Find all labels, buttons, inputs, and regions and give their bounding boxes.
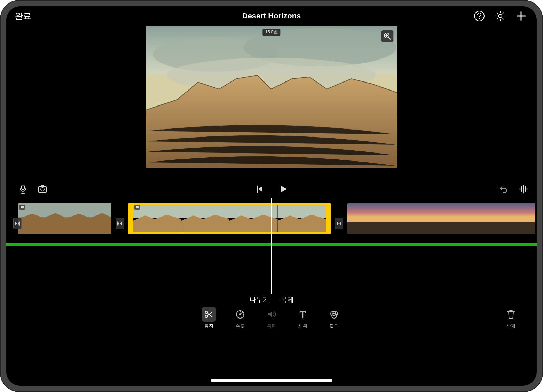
svg-rect-15 — [21, 206, 24, 208]
tools-row: 동작 속도 음량 제목 — [6, 306, 537, 336]
undo-icon[interactable] — [498, 184, 508, 194]
tool-volume: 음량 — [262, 307, 281, 329]
timeline[interactable] — [6, 198, 537, 294]
timeline-clip[interactable] — [18, 203, 111, 234]
volume-icon — [264, 307, 279, 322]
topbar: 완료 Desert Horizons — [6, 6, 537, 26]
svg-rect-24 — [441, 222, 535, 234]
svg-rect-18 — [229, 203, 278, 218]
add-icon[interactable] — [515, 10, 527, 22]
preview-area: 15.0초 — [6, 26, 537, 180]
help-icon[interactable] — [473, 10, 485, 22]
svg-point-1 — [479, 18, 480, 19]
svg-point-10 — [41, 188, 44, 191]
microphone-icon[interactable] — [18, 184, 28, 194]
svg-rect-23 — [441, 203, 535, 222]
tool-label: 속도 — [236, 323, 245, 329]
duplicate-action[interactable]: 복제 — [281, 295, 294, 304]
tool-delete[interactable]: 삭제 — [502, 307, 520, 329]
svg-rect-22 — [347, 222, 441, 234]
tool-label: 필터 — [330, 323, 339, 329]
svg-rect-20 — [136, 206, 139, 208]
filter-icon — [327, 307, 341, 322]
clip-context-actions: 나누기 복제 — [6, 294, 537, 306]
svg-rect-19 — [278, 203, 326, 218]
transition-icon[interactable] — [13, 218, 22, 229]
preview-frame[interactable]: 15.0초 — [146, 26, 397, 168]
camera-icon[interactable] — [38, 184, 47, 194]
transition-icon[interactable] — [116, 218, 124, 229]
svg-point-25 — [205, 311, 208, 314]
transition-icon[interactable] — [335, 218, 343, 229]
tool-action[interactable]: 동작 — [200, 307, 218, 329]
topbar-right — [473, 10, 530, 22]
tool-label: 제목 — [298, 323, 307, 329]
zoom-in-icon[interactable] — [381, 30, 394, 42]
svg-rect-17 — [181, 203, 230, 218]
text-icon — [296, 307, 310, 322]
playhead[interactable] — [271, 198, 272, 294]
project-title: Desert Horizons — [6, 11, 537, 21]
tool-label: 동작 — [204, 323, 213, 329]
skip-back-icon[interactable] — [255, 184, 265, 194]
duration-badge: 15.0초 — [262, 29, 280, 36]
clip-type-icon — [19, 205, 25, 210]
home-indicator[interactable] — [211, 379, 332, 382]
svg-rect-8 — [22, 185, 24, 190]
settings-icon[interactable] — [494, 10, 506, 22]
trash-icon — [504, 307, 518, 322]
clip-trim-handle-left[interactable] — [128, 203, 133, 234]
scissors-icon — [202, 307, 216, 322]
transport-row — [6, 180, 537, 198]
speedometer-icon — [233, 307, 247, 322]
clip-type-icon — [134, 205, 140, 210]
waveform-icon[interactable] — [519, 184, 528, 194]
svg-point-26 — [205, 315, 208, 318]
play-icon[interactable] — [278, 184, 288, 194]
clip-trim-handle-right[interactable] — [326, 203, 331, 234]
timeline-clip-selected[interactable] — [128, 203, 331, 234]
svg-point-2 — [498, 14, 502, 18]
done-button[interactable]: 완료 — [13, 10, 31, 22]
svg-point-28 — [239, 314, 241, 315]
tool-speed[interactable]: 속도 — [231, 307, 249, 329]
svg-rect-16 — [133, 203, 181, 218]
tool-filter[interactable]: 필터 — [325, 307, 343, 329]
tool-label: 음량 — [267, 323, 276, 329]
app-screen: 완료 Desert Horizons — [6, 6, 537, 386]
tool-title[interactable]: 제목 — [294, 307, 312, 329]
device-frame: 완료 Desert Horizons — [0, 0, 543, 392]
timeline-clip[interactable] — [347, 203, 535, 234]
split-action[interactable]: 나누기 — [250, 295, 269, 304]
tool-label: 삭제 — [506, 323, 516, 329]
svg-rect-21 — [347, 203, 441, 222]
